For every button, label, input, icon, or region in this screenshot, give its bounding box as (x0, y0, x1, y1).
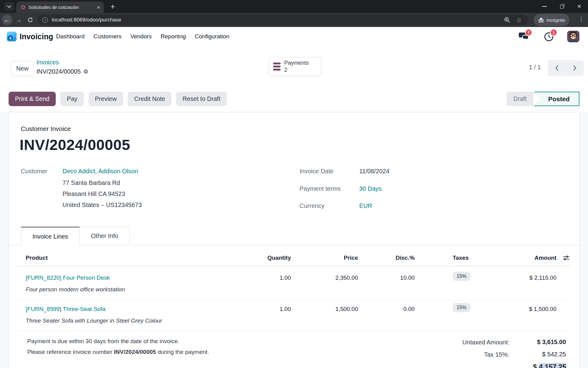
payment-terms-note-line2[interactable]: Please reference invoice number INV/2024… (27, 349, 209, 355)
customer-label: Customer (21, 168, 47, 175)
address-bar[interactable]: i localhost:8069/odoo/purchase ☆ (38, 15, 528, 25)
menu-vendors[interactable]: Vendors (130, 33, 152, 40)
messages-button[interactable]: 7 (519, 31, 529, 42)
price-cell[interactable]: 2,350.00 (297, 274, 358, 281)
close-icon: × (577, 3, 581, 10)
reload-button[interactable] (25, 15, 36, 25)
tab-close-icon[interactable]: × (97, 4, 100, 10)
main-menu: Dashboard Customers Vendors Reporting Co… (56, 27, 229, 46)
invoice-date-value[interactable]: 11/08/2024 (359, 168, 390, 175)
journal-entries-icon (273, 63, 281, 71)
quantity-cell[interactable]: 1.00 (230, 306, 291, 312)
table-header-divider (17, 266, 571, 266)
product-link[interactable]: [FURN_8999] Three-Seat Sofa (26, 306, 106, 312)
product-description[interactable]: Three Seater Sofa with Lounger in Steel … (26, 317, 162, 324)
window-restore-button[interactable] (553, 0, 571, 13)
col-header-taxes[interactable]: Taxes (453, 255, 469, 261)
total-currency: $ (533, 363, 537, 368)
discount-cell[interactable]: 0.00 (353, 306, 415, 312)
preview-button[interactable]: Preview (89, 92, 123, 106)
row-divider (17, 330, 571, 331)
chevron-right-icon (573, 65, 577, 71)
url-text[interactable]: localhost:8069/odoo/purchase (52, 17, 504, 23)
browser-window: Solicitudes de cotización × + × ← → i lo… (0, 0, 588, 368)
pager-previous-button[interactable] (548, 60, 566, 76)
bookmark-star-icon[interactable]: ☆ (516, 17, 522, 23)
note-suffix: during the payment. (156, 349, 209, 355)
browser-tab[interactable]: Solicitudes de cotización × (16, 2, 104, 13)
menu-dashboard[interactable]: Dashboard (56, 33, 85, 40)
incognito-label: Incógnito (547, 17, 565, 23)
reload-icon (28, 17, 33, 23)
window-close-button[interactable]: × (571, 0, 588, 13)
invoicing-app-icon[interactable]: $ (7, 32, 17, 41)
col-header-product[interactable]: Product (26, 255, 48, 261)
status-button-bar: Print & Send Pay Preview Credit Note Res… (0, 91, 588, 107)
activities-button[interactable]: 1 (544, 31, 554, 42)
product-link[interactable]: [FURN_8220] Four Person Desk (26, 274, 110, 281)
optional-columns-button[interactable] (563, 255, 570, 261)
payments-smart-button[interactable]: Payments 2 (269, 57, 321, 76)
untaxed-amount-value: $ 3,615.00 (505, 339, 566, 346)
window-minimize-button[interactable] (536, 0, 553, 13)
customer-address-line1: 77 Santa Barbara Rd (62, 179, 120, 186)
breadcrumb: Invoices INV/2024/00005 ⚙ (36, 59, 89, 75)
reset-to-draft-button[interactable]: Reset to Draft (176, 92, 227, 106)
user-avatar[interactable] (567, 31, 579, 42)
note-invoice-number: INV/2024/00005 (114, 349, 156, 355)
minimize-icon (542, 6, 547, 7)
credit-note-button[interactable]: Credit Note (128, 92, 172, 106)
status-draft[interactable]: Draft (507, 92, 533, 106)
col-header-amount[interactable]: Amount (495, 255, 556, 261)
grand-total-value: $ 4,157.25 (429, 363, 566, 368)
menu-reporting[interactable]: Reporting (161, 33, 186, 40)
app-name[interactable]: Invoicing (20, 32, 53, 41)
sliders-icon (563, 255, 570, 261)
customer-name-link[interactable]: Deco Addict, Addison Olson (62, 168, 138, 175)
breadcrumb-invoices-link[interactable]: Invoices (36, 59, 89, 66)
tab-invoice-lines[interactable]: Invoice Lines (21, 227, 80, 246)
chevron-left-icon (555, 65, 559, 71)
tax-cell[interactable]: 15% (453, 303, 470, 312)
payment-terms-note-line1[interactable]: Payment is due within 30 days from the d… (27, 338, 179, 345)
price-cell[interactable]: 1,500.00 (297, 306, 358, 312)
tax-cell[interactable]: 15% (453, 272, 470, 281)
row-divider (17, 300, 571, 300)
browser-menu-icon[interactable]: ⋮ (578, 15, 584, 23)
status-posted-label: Posted (534, 92, 579, 106)
new-button[interactable]: New (11, 61, 34, 76)
payment-terms-value[interactable]: 30 Days (359, 185, 382, 192)
status-posted[interactable]: Posted (534, 92, 579, 106)
pager-next-button[interactable] (566, 60, 584, 76)
tax-total-label: Tax 15%: (429, 351, 509, 358)
incognito-badge: Incógnito (534, 14, 569, 26)
new-tab-button[interactable]: + (108, 2, 118, 11)
pay-button[interactable]: Pay (60, 92, 84, 106)
zoom-icon[interactable] (504, 17, 511, 23)
browser-tabstrip: Solicitudes de cotización × + × (0, 0, 588, 13)
statusbar: Draft Posted (507, 92, 579, 106)
menu-configuration[interactable]: Configuration (195, 33, 229, 40)
forward-button[interactable]: → (13, 15, 24, 25)
note-prefix: Please reference invoice number (27, 349, 114, 355)
discount-cell[interactable]: 10.00 (353, 274, 415, 281)
site-info-icon[interactable]: i (42, 17, 48, 23)
print-send-button[interactable]: Print & Send (9, 92, 56, 106)
notebook-tabs: Invoice Lines Other Info (8, 227, 580, 245)
col-header-quantity[interactable]: Quantity (230, 255, 291, 261)
avatar-image (567, 31, 579, 42)
currency-value[interactable]: EUR (359, 202, 372, 209)
product-description[interactable]: Four person modern office workstation (26, 286, 125, 293)
restore-icon (560, 5, 564, 9)
back-button[interactable]: ← (2, 15, 12, 25)
tax-badge: 15% (453, 272, 470, 281)
tab-search-button[interactable] (4, 2, 14, 11)
col-header-price[interactable]: Price (297, 255, 358, 261)
gear-icon[interactable]: ⚙ (83, 69, 89, 75)
breadcrumb-current: INV/2024/00005 (36, 68, 81, 75)
customer-address-line2: Pleasant Hill CA 94523 (62, 190, 125, 197)
quantity-cell[interactable]: 1.00 (230, 274, 291, 281)
col-header-discount[interactable]: Disc.% (353, 255, 415, 261)
menu-customers[interactable]: Customers (93, 33, 122, 40)
tab-other-info[interactable]: Other Info (80, 227, 130, 245)
